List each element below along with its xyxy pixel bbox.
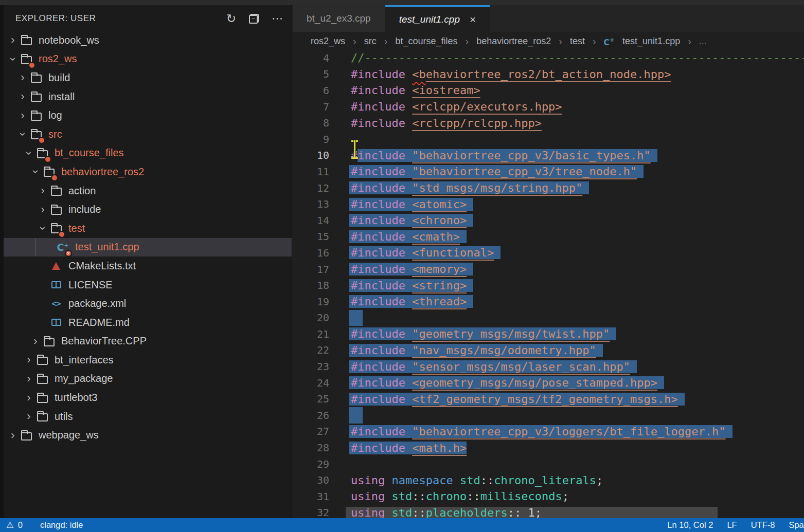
tree-item-LICENSE[interactable]: LICENSE — [0, 276, 292, 295]
tree-item-notebook_ws[interactable]: ›notebook_ws — [0, 31, 292, 50]
code-line-18[interactable]: 18#include <string> — [293, 277, 804, 293]
chevron-down-icon[interactable]: › — [30, 166, 41, 177]
code-line-5[interactable]: 5#include <behaviortree_ros2/bt_action_n… — [293, 66, 804, 83]
breadcrumb-item-test[interactable]: test — [570, 36, 585, 47]
breadcrumb-separator-icon: › — [593, 35, 596, 47]
tree-item-include[interactable]: ›include — [0, 200, 292, 219]
chevron-down-icon[interactable]: › — [7, 53, 19, 65]
code-line-10[interactable]: 10#include "behaviortree_cpp_v3/basic_ty… — [293, 148, 804, 164]
code-line-9[interactable]: 9 — [293, 131, 804, 148]
folder-icon — [19, 32, 34, 48]
tree-item-bt_course_files[interactable]: ›bt_course_files — [0, 144, 292, 163]
chevron-right-icon[interactable]: › — [23, 411, 34, 422]
code-line-30[interactable]: 30using namespace std::chrono_literals; — [293, 472, 804, 488]
code-line-4[interactable]: 4//-------------------------------------… — [293, 50, 804, 66]
chevron-down-icon[interactable]: › — [37, 223, 48, 234]
chevron-right-icon[interactable]: › — [23, 392, 34, 403]
status-item-spac[interactable]: Spac — [789, 520, 804, 530]
status-item-utf-8[interactable]: UTF-8 — [751, 520, 775, 530]
tab-bt_u2_ex3.cpp[interactable]: bt_u2_ex3.cpp — [293, 5, 385, 32]
tree-item-build[interactable]: ›build — [0, 68, 292, 87]
code-line-27[interactable]: 27#include "behaviortree_cpp_v3/loggers/… — [293, 424, 804, 440]
chevron-down-icon[interactable]: › — [17, 129, 28, 140]
chevron-right-icon[interactable]: › — [23, 354, 34, 365]
breadcrumb-symbol-ellipsis[interactable]: ... — [699, 36, 707, 47]
code-line-26[interactable]: 26 — [293, 407, 804, 424]
chevron-right-icon[interactable]: › — [37, 204, 48, 215]
chevron-right-icon[interactable]: › — [7, 430, 19, 441]
tree-item-utils[interactable]: ›utils — [0, 407, 292, 426]
code-line-29[interactable]: 29 — [293, 456, 804, 472]
code-line-25[interactable]: 25#include <tf2_geometry_msgs/tf2_geomet… — [293, 391, 804, 407]
tree-item-label: webpage_ws — [39, 429, 99, 441]
breadcrumb-file[interactable]: test_unit1.cpp — [622, 36, 680, 47]
tab-test_unit1.cpp[interactable]: test_unit1.cpp× — [385, 5, 491, 32]
code-line-11[interactable]: 11#include "behaviortree_cpp_v3/tree_nod… — [293, 163, 804, 180]
code-line-15[interactable]: 15#include <cmath> — [293, 229, 804, 245]
code-editor[interactable]: 4//-------------------------------------… — [293, 50, 804, 518]
code-line-16[interactable]: 16#include <functional> — [293, 245, 804, 261]
chevron-right-icon[interactable]: › — [7, 34, 19, 46]
chevron-right-icon[interactable]: › — [23, 373, 34, 384]
problems-indicator[interactable]: ⚠ 0 — [6, 520, 23, 530]
code-line-12[interactable]: 12#include "std_msgs/msg/string.hpp" — [293, 180, 804, 196]
tree-item-package.xml[interactable]: <>package.xml — [0, 294, 292, 313]
more-actions-icon[interactable]: ⋯ — [272, 15, 283, 22]
chevron-right-icon[interactable]: › — [30, 336, 41, 347]
collapse-editors-icon[interactable] — [249, 14, 259, 24]
tree-item-ros2_ws[interactable]: ›ros2_ws — [0, 50, 292, 69]
tree-item-CMakeLists.txt[interactable]: CMakeLists.txt — [0, 256, 292, 276]
chevron-right-icon[interactable]: › — [17, 91, 28, 102]
code-token: ; — [596, 474, 603, 487]
breadcrumb-item-behaviortree_ros2[interactable]: behaviortree_ros2 — [476, 36, 551, 47]
code-line-6[interactable]: 6#include <iostream> — [293, 82, 804, 99]
tree-item-src[interactable]: ›src — [0, 125, 292, 144]
refresh-icon[interactable]: ↻ — [226, 13, 236, 24]
tree-item-README.md[interactable]: README.md — [0, 313, 292, 332]
clangd-status[interactable]: clangd: idle — [40, 520, 83, 530]
status-bar: ⚠ 0 clangd: idle Ln 10, Col 2LFUTF-8Spac — [0, 518, 804, 532]
code-line-13[interactable]: 13#include <atomic> — [293, 196, 804, 212]
tree-item-BehaviorTree.CPP[interactable]: ›BehaviorTree.CPP — [0, 332, 292, 351]
chevron-right-icon[interactable]: › — [17, 72, 28, 83]
tree-item-install[interactable]: ›install — [0, 87, 292, 106]
tree-item-log[interactable]: ›log — [0, 106, 292, 125]
tree-item-test_unit1.cpp[interactable]: C+×test_unit1.cpp — [0, 238, 292, 257]
tree-item-my_package[interactable]: ›my_package — [0, 370, 292, 389]
code-line-24[interactable]: 24#include <geometry_msgs/msg/pose_stamp… — [293, 375, 804, 391]
chevron-right-icon[interactable]: › — [37, 185, 48, 196]
code-line-7[interactable]: 7#include <rclcpp/executors.hpp> — [293, 99, 804, 115]
chevron-right-icon[interactable]: › — [17, 110, 28, 121]
line-number: 31 — [293, 490, 329, 503]
folder-icon — [48, 183, 64, 198]
tree-item-action[interactable]: ›action — [0, 181, 292, 200]
code-line-8[interactable]: 8#include <rclcpp/rclcpp.hpp> — [293, 115, 804, 131]
chevron-down-icon[interactable]: › — [23, 148, 34, 159]
tree-item-test[interactable]: ›test — [0, 219, 292, 238]
status-item-ln-10-col-2[interactable]: Ln 10, Col 2 — [667, 520, 713, 530]
tree-item-label: LICENSE — [68, 279, 113, 291]
breadcrumb-item-ros2_ws[interactable]: ros2_ws — [311, 36, 345, 47]
code-token: :: — [412, 506, 426, 518]
code-line-20[interactable]: 20 — [293, 310, 804, 326]
code-line-22[interactable]: 22#include "nav_msgs/msg/odometry.hpp" — [293, 342, 804, 359]
code-line-17[interactable]: 17#include <memory> — [293, 261, 804, 278]
code-line-19[interactable]: 19#include <thread> — [293, 293, 804, 310]
tree-item-webpage_ws[interactable]: ›webpage_ws — [0, 426, 292, 445]
code-line-32[interactable]: 32using std::placeholders::_1; — [293, 505, 804, 518]
warning-icon: ⚠ — [6, 520, 14, 530]
code-line-28[interactable]: 28#include <math.h> — [293, 439, 804, 456]
folder-icon — [41, 164, 57, 179]
tab-close-icon[interactable]: × — [470, 15, 476, 24]
code-line-21[interactable]: 21#include "geometry_msgs/msg/twist.hpp" — [293, 326, 804, 342]
breadcrumb-item-src[interactable]: src — [364, 36, 377, 47]
status-item-lf[interactable]: LF — [727, 520, 737, 530]
code-token: #include — [351, 360, 412, 373]
code-line-23[interactable]: 23#include "sensor_msgs/msg/laser_scan.h… — [293, 358, 804, 375]
code-line-14[interactable]: 14#include <chrono> — [293, 212, 804, 229]
tree-item-turtlebot3[interactable]: ›turtlebot3 — [0, 388, 292, 407]
code-line-31[interactable]: 31using std::chrono::milliseconds; — [293, 488, 804, 505]
tree-item-bt_interfaces[interactable]: ›bt_interfaces — [0, 351, 292, 370]
tree-item-behaviortree_ros2[interactable]: ›behaviortree_ros2 — [0, 162, 292, 181]
breadcrumb-item-bt_course_files[interactable]: bt_course_files — [395, 36, 457, 47]
